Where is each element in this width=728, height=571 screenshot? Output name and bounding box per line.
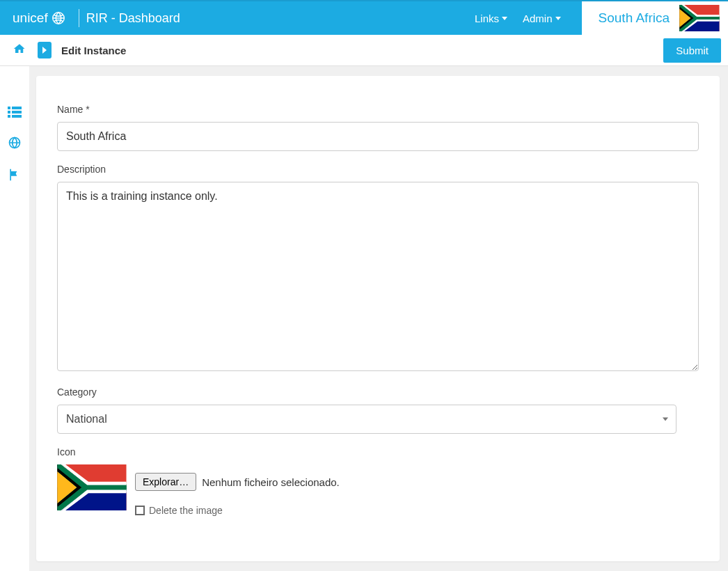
admin-dropdown[interactable]: Admin [523,13,561,24]
links-label: Links [475,13,499,24]
svg-rect-4 [12,107,22,109]
links-dropdown[interactable]: Links [475,13,507,24]
main-area: Name * Description This is a training in… [0,66,728,571]
caret-down-icon [502,17,507,20]
chevron-right-icon [42,47,47,54]
header: unicef RIR - Dashboard Links Admin [0,0,728,35]
file-status-text: Nenhum ficheiro selecionado. [202,476,340,488]
globe-icon[interactable] [8,136,22,152]
page-title: Edit Instance [61,45,126,56]
subheader: Edit Instance Submit [0,35,728,66]
brand-logo[interactable]: unicef [13,10,72,26]
header-left: unicef RIR - Dashboard Links Admin [0,9,582,27]
country-flag-icon [679,5,720,31]
name-group: Name * [57,104,699,151]
category-group: Category National [57,386,699,434]
content: Name * Description This is a training in… [29,66,728,571]
submit-button[interactable]: Submit [663,38,721,63]
app-title[interactable]: RIR - Dashboard [86,11,180,26]
svg-rect-7 [8,115,10,118]
nav-links: Links Admin [475,13,582,24]
icon-preview-image [57,464,127,510]
home-icon[interactable] [7,42,32,58]
icon-group: Icon Explorar… Nenhum ficheiro seleciona… [57,446,699,516]
description-group: Description This is a training instance … [57,164,699,374]
flag-icon[interactable] [8,168,22,185]
category-label: Category [57,386,699,398]
caret-down-icon [555,17,561,20]
header-right: South Africa [582,1,728,35]
brand-divider [79,9,79,27]
delete-image-label: Delete the image [149,505,223,516]
svg-rect-5 [8,111,10,114]
svg-rect-3 [8,107,10,109]
expand-sidebar-button[interactable] [38,42,52,58]
description-label: Description [57,164,699,175]
file-input-row: Explorar… Nenhum ficheiro selecionado. [135,473,340,491]
delete-image-row: Delete the image [135,505,340,516]
name-label: Name * [57,104,699,115]
file-browse-button[interactable]: Explorar… [135,473,196,491]
name-input[interactable] [57,122,699,151]
list-icon[interactable] [8,107,22,120]
country-name[interactable]: South Africa [599,10,670,26]
delete-image-checkbox[interactable] [135,506,145,515]
category-select[interactable]: National [57,405,676,434]
icon-label: Icon [57,446,699,457]
svg-rect-8 [12,115,22,118]
unicef-globe-icon [51,10,66,26]
sidebar [0,66,29,571]
description-input[interactable]: This is a training instance only. [57,182,699,371]
svg-rect-6 [12,111,22,114]
form-panel: Name * Description This is a training in… [36,76,720,561]
admin-label: Admin [523,13,553,24]
brand-text: unicef [13,10,48,26]
